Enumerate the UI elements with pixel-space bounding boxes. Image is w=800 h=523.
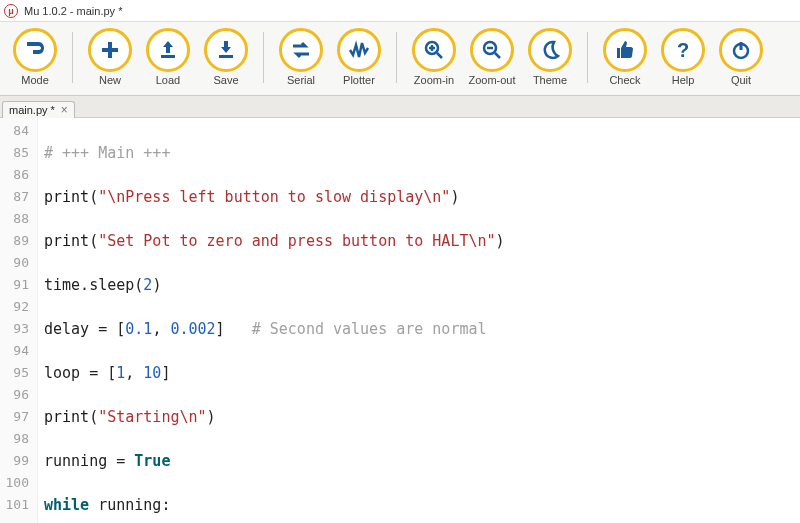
line-number: 88: [4, 208, 29, 230]
plotter-icon: [337, 28, 381, 72]
line-number: 86: [4, 164, 29, 186]
line-number: 98: [4, 428, 29, 450]
load-button[interactable]: Load: [139, 28, 197, 86]
line-number-gutter: 84 85 86 87 88 89 90 91 92 93 94 95 96 9…: [0, 118, 38, 523]
zoom-out-label: Zoom-out: [468, 74, 515, 86]
help-icon: ?: [661, 28, 705, 72]
line-number: 89: [4, 230, 29, 252]
toolbar-separator: [396, 32, 397, 83]
quit-label: Quit: [731, 74, 751, 86]
line-number: 94: [4, 340, 29, 362]
line-number: 97: [4, 406, 29, 428]
code-area[interactable]: # +++ Main +++ print("\nPress left butto…: [38, 118, 505, 523]
zoom-out-button[interactable]: Zoom-out: [463, 28, 521, 86]
line-number: 92: [4, 296, 29, 318]
plus-icon: [88, 28, 132, 72]
line-number: 87: [4, 186, 29, 208]
line-number: 85: [4, 142, 29, 164]
svg-rect-3: [161, 55, 175, 58]
tab-label: main.py *: [9, 104, 55, 116]
toolbar-separator: [72, 32, 73, 83]
moon-icon: [528, 28, 572, 72]
help-button[interactable]: ? Help: [654, 28, 712, 86]
app-icon: μ: [4, 4, 18, 18]
tab-main-py[interactable]: main.py * ×: [2, 101, 75, 118]
zoom-in-label: Zoom-in: [414, 74, 454, 86]
serial-label: Serial: [287, 74, 315, 86]
save-label: Save: [213, 74, 238, 86]
line-number: 96: [4, 384, 29, 406]
zoom-out-icon: [470, 28, 514, 72]
svg-rect-4: [219, 55, 233, 58]
mode-label: Mode: [21, 74, 49, 86]
titlebar: μ Mu 1.0.2 - main.py *: [0, 0, 800, 22]
line-number: 93: [4, 318, 29, 340]
line-number: 91: [4, 274, 29, 296]
check-label: Check: [609, 74, 640, 86]
theme-label: Theme: [533, 74, 567, 86]
toolbar-separator: [263, 32, 264, 83]
line-number: 90: [4, 252, 29, 274]
upload-icon: [146, 28, 190, 72]
line-number: 100: [4, 472, 29, 494]
serial-icon: [279, 28, 323, 72]
new-button[interactable]: New: [81, 28, 139, 86]
quit-button[interactable]: Quit: [712, 28, 770, 86]
load-label: Load: [156, 74, 180, 86]
tabbar: main.py * ×: [0, 96, 800, 118]
download-icon: [204, 28, 248, 72]
line-number: 84: [4, 120, 29, 142]
serial-button[interactable]: Serial: [272, 28, 330, 86]
plotter-button[interactable]: Plotter: [330, 28, 388, 86]
window-title: Mu 1.0.2 - main.py *: [24, 5, 122, 17]
mode-icon: [13, 28, 57, 72]
svg-rect-2: [102, 48, 118, 52]
save-button[interactable]: Save: [197, 28, 255, 86]
power-icon: [719, 28, 763, 72]
line-number: 95: [4, 362, 29, 384]
toolbar-separator: [587, 32, 588, 83]
check-button[interactable]: Check: [596, 28, 654, 86]
new-label: New: [99, 74, 121, 86]
svg-text:?: ?: [677, 39, 689, 61]
theme-button[interactable]: Theme: [521, 28, 579, 86]
close-icon[interactable]: ×: [61, 104, 68, 116]
zoom-in-icon: [412, 28, 456, 72]
help-label: Help: [672, 74, 695, 86]
toolbar: Mode New Load Save Serial: [0, 22, 800, 96]
line-number: 99: [4, 450, 29, 472]
code-editor[interactable]: 84 85 86 87 88 89 90 91 92 93 94 95 96 9…: [0, 118, 800, 523]
thumbs-up-icon: [603, 28, 647, 72]
line-number: 101: [4, 494, 29, 516]
zoom-in-button[interactable]: Zoom-in: [405, 28, 463, 86]
mode-button[interactable]: Mode: [6, 28, 64, 86]
plotter-label: Plotter: [343, 74, 375, 86]
